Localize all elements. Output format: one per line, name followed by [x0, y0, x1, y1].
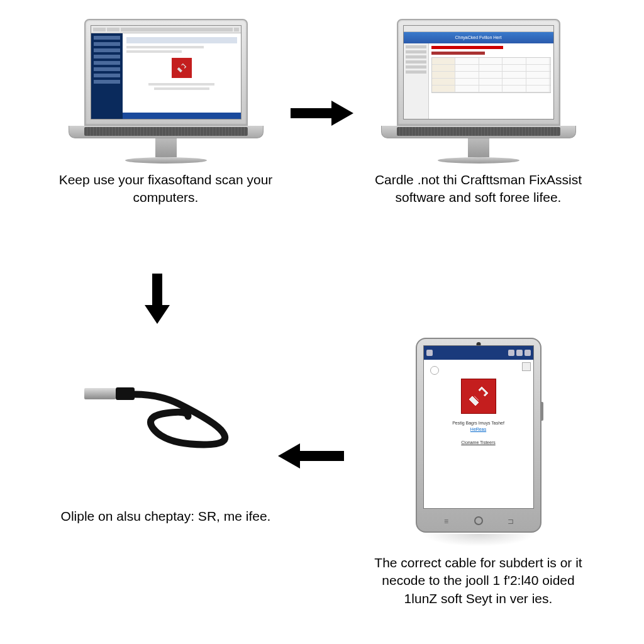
laptop-a-screen [91, 25, 242, 119]
device-subtitle: Cioname Tisteers [430, 440, 527, 445]
arrow-left-icon [272, 440, 347, 472]
menu-icon: ≡ [440, 516, 453, 526]
handheld-device-illustration: Pestig Bagrs Imuys Tashef HeReas Cioname… [416, 338, 541, 533]
status-bar [424, 346, 533, 360]
laptop-b-screen: ChnyaCked Fvillon Hert [403, 25, 554, 119]
device-title: Pestig Bagrs Imuys Tashef [430, 420, 527, 426]
close-icon [522, 362, 531, 371]
sidebar [91, 33, 123, 119]
laptop-b-illustration: ChnyaCked Fvillon Hert [381, 19, 576, 164]
reflection [422, 534, 535, 547]
tool-icon [172, 58, 192, 78]
link-text [431, 46, 503, 49]
device-screen: Pestig Bagrs Imuys Tashef HeReas Cioname… [423, 345, 534, 509]
caption-4: The correct cable for subdert is or it n… [365, 554, 592, 608]
arrow-right-icon [287, 97, 357, 129]
badge-icon [430, 366, 439, 375]
laptop-a-illustration [69, 19, 264, 164]
tool-icon [461, 379, 496, 414]
caption-1: Keep use your fixasoftand scan your comp… [53, 171, 279, 207]
nav-buttons: ≡ ⊐ [417, 516, 540, 526]
back-icon: ⊐ [504, 516, 517, 526]
home-icon [474, 516, 483, 525]
step-3: Oliple on alsu cheptay: SR, me ifee. [13, 325, 319, 631]
usb-cable-illustration [78, 357, 254, 457]
data-table [431, 57, 551, 93]
app-header: ChnyaCked Fvillon Hert [404, 32, 553, 43]
link-text-2 [431, 52, 486, 55]
device-link: HeReas [430, 427, 527, 431]
step-2: ChnyaCked Fvillon Hert [325, 13, 631, 319]
arrow-down-icon [142, 270, 173, 327]
step-4: Pestig Bagrs Imuys Tashef HeReas Cioname… [325, 325, 631, 631]
table-sidebar [404, 43, 429, 119]
caption-2: Cardle .not thi Crafttsman FixAssist sof… [365, 171, 592, 207]
caption-3: Oliple on alsu cheptay: SR, me ifee. [61, 508, 271, 525]
side-button [540, 402, 543, 421]
